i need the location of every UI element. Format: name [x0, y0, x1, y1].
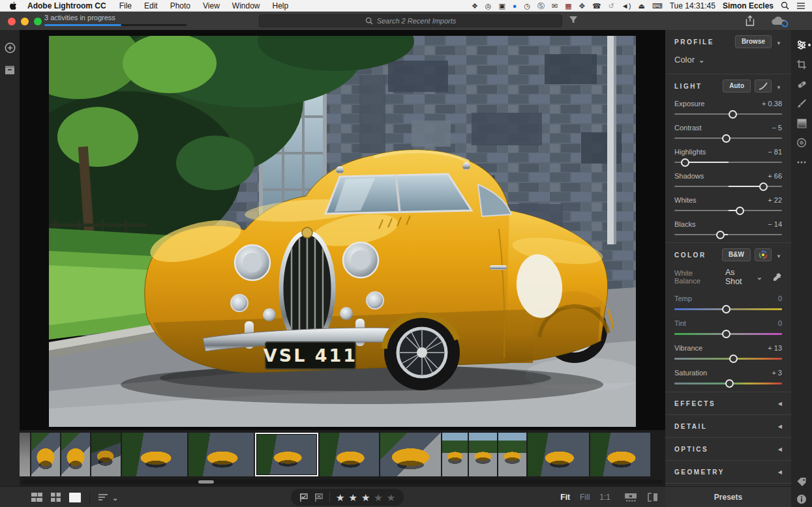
close-window-button[interactable]	[8, 18, 16, 25]
info-icon[interactable]	[796, 494, 807, 504]
menu-item-file[interactable]: File	[119, 1, 132, 10]
slider-track[interactable]	[674, 186, 782, 187]
section-effects[interactable]: EFFECTS	[665, 392, 791, 415]
move-tool-icon[interactable]: ✥	[579, 0, 585, 12]
search-input[interactable]: Search 2 Recent Imports	[259, 14, 562, 27]
linear-gradient-tool-button[interactable]	[791, 113, 812, 133]
mail-notifier-icon[interactable]: ✉	[552, 0, 558, 12]
filmstrip-scroll-handle[interactable]	[198, 480, 214, 484]
eyedropper-icon[interactable]	[773, 272, 782, 282]
tone-curve-button[interactable]	[755, 80, 772, 93]
more-tools-button[interactable]	[791, 152, 812, 172]
star-3-icon[interactable]	[361, 493, 370, 502]
section-optics[interactable]: OPTICS	[665, 438, 791, 461]
thumbnail-9[interactable]	[380, 433, 441, 476]
thumbnail-1[interactable]	[20, 433, 30, 476]
slider-knob[interactable]	[729, 355, 738, 363]
slider-knob[interactable]	[725, 379, 734, 388]
slider-track[interactable]	[674, 333, 782, 335]
slider-knob[interactable]	[681, 158, 689, 167]
profile-browse-button[interactable]: Browse	[735, 35, 772, 48]
eject-icon[interactable]: ⏏	[638, 0, 644, 12]
slider-track[interactable]	[674, 234, 782, 235]
photo-canvas[interactable]: VSL 411	[20, 30, 665, 430]
keywords-tag-icon[interactable]	[796, 477, 807, 487]
sort-order-button[interactable]	[98, 491, 118, 503]
notification-center-icon[interactable]	[796, 2, 805, 10]
thumbnail-6[interactable]	[188, 433, 254, 476]
flag-reject-button[interactable]	[314, 493, 323, 502]
slider-track[interactable]	[674, 113, 782, 115]
star-2-icon[interactable]	[348, 493, 357, 502]
app-name[interactable]: Adobe Lightroom CC	[27, 1, 106, 10]
profile-caret-icon[interactable]	[775, 36, 782, 48]
menu-item-view[interactable]: View	[203, 1, 220, 10]
star-rating[interactable]	[336, 493, 395, 502]
thumbnail-7-selected[interactable]	[255, 433, 318, 476]
brush-tool-button[interactable]	[791, 94, 812, 113]
focus-icon[interactable]: ●	[513, 0, 517, 12]
add-photos-button[interactable]	[0, 38, 20, 57]
time-machine-icon[interactable]: ↺	[609, 0, 614, 12]
presets-button[interactable]: Presets	[665, 486, 791, 507]
square-grid-view-button[interactable]	[51, 493, 61, 502]
slider-knob[interactable]	[759, 182, 768, 191]
menu-bar-user[interactable]: Simon Eccles	[723, 1, 774, 10]
share-icon[interactable]	[745, 15, 755, 27]
photo-grid-view-button[interactable]	[31, 493, 42, 502]
section-detail[interactable]: DETAIL	[665, 415, 791, 438]
light-caret-icon[interactable]	[775, 80, 782, 92]
star-1-icon[interactable]	[336, 493, 344, 502]
thumbnail-5[interactable]	[122, 433, 187, 476]
thumbnail-2[interactable]	[31, 433, 60, 476]
activities-status[interactable]: 3 activities in progress	[44, 14, 115, 22]
slider-track[interactable]	[674, 383, 782, 384]
white-balance-dropdown[interactable]: As Shot	[725, 268, 762, 286]
menu-item-window[interactable]: Window	[232, 1, 260, 10]
thumbnail-14[interactable]	[590, 433, 650, 476]
skype-icon[interactable]: Ⓢ	[537, 0, 545, 12]
grid-overlay-button[interactable]	[624, 493, 637, 502]
slider-knob[interactable]	[722, 330, 730, 338]
profile-value-dropdown[interactable]: Color	[674, 53, 782, 74]
thumbnail-12[interactable]	[498, 433, 526, 476]
healing-brush-button[interactable]	[791, 74, 812, 94]
slider-track[interactable]	[674, 210, 782, 211]
dropbox-icon[interactable]: ❖	[472, 0, 478, 12]
creative-cloud-icon[interactable]: ◎	[485, 0, 492, 12]
cloud-sync-icon[interactable]	[771, 15, 790, 28]
color-caret-icon[interactable]	[775, 249, 782, 261]
detail-view-button[interactable]	[69, 493, 81, 502]
shield-icon[interactable]: ▣	[498, 0, 505, 12]
slider-knob[interactable]	[729, 110, 737, 119]
main-photo[interactable]: VSL 411	[49, 36, 636, 427]
filmstrip-scrollbar[interactable]	[22, 480, 663, 484]
slider-knob[interactable]	[716, 231, 725, 239]
input-menu-icon[interactable]: ⌨	[652, 0, 663, 12]
crop-tool-button[interactable]	[791, 55, 812, 74]
menu-item-help[interactable]: Help	[273, 1, 289, 10]
star-4-icon[interactable]	[374, 493, 382, 502]
zoom-fit-button[interactable]: Fit	[560, 493, 570, 502]
slider-track[interactable]	[674, 308, 782, 310]
slider-knob[interactable]	[722, 134, 730, 143]
color-mixer-button[interactable]	[755, 248, 772, 261]
menu-item-photo[interactable]: Photo	[170, 1, 190, 10]
volume-icon[interactable]: ◄)	[622, 0, 631, 12]
clock-icon[interactable]: ◷	[524, 0, 530, 12]
slider-knob[interactable]	[722, 305, 730, 313]
thumbnail-10[interactable]	[442, 433, 468, 476]
edit-tool-button[interactable]	[791, 35, 812, 55]
before-after-compare-button[interactable]	[647, 493, 659, 502]
phone-icon[interactable]: ☎	[592, 0, 601, 12]
thumbnail-4[interactable]	[91, 433, 121, 476]
my-photos-button[interactable]	[0, 60, 20, 80]
star-5-icon[interactable]	[387, 493, 395, 502]
zoom-window-button[interactable]	[34, 18, 42, 25]
section-geometry[interactable]: GEOMETRY	[665, 461, 791, 484]
apple-menu-icon[interactable]	[9, 1, 17, 10]
zoom-fill-button[interactable]: Fill	[580, 493, 590, 502]
light-auto-button[interactable]: Auto	[723, 80, 751, 93]
menu-item-edit[interactable]: Edit	[144, 1, 158, 10]
slider-knob[interactable]	[736, 207, 744, 215]
